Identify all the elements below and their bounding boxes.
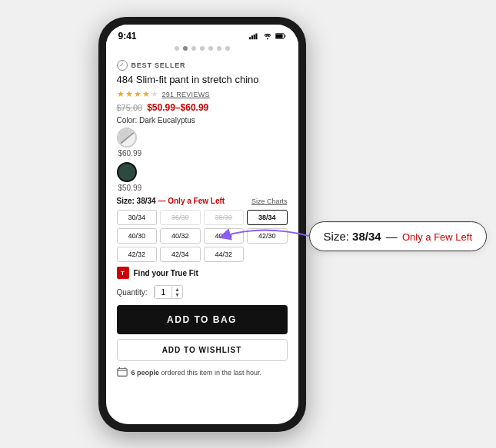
add-to-bag-button[interactable]: ADD TO BAG [117,305,288,334]
product-title: 484 Slim-fit pant in stretch chino [117,74,288,87]
true-fit-row[interactable]: T Find your True Fit [117,267,288,279]
order-notice: 6 people ordered this item in the last h… [117,367,288,378]
svg-rect-5 [275,34,282,38]
dot-7 [225,46,230,51]
svg-rect-6 [117,369,126,377]
size-btn-40-32[interactable]: 40/32 [160,228,201,244]
dot-5 [208,46,213,51]
battery-icon [275,32,286,40]
signal-icon [249,32,260,40]
svg-rect-1 [251,35,252,39]
star-4: ★ [142,89,150,99]
status-icons [249,32,286,40]
rating-row: ★ ★ ★ ★ ★ 291 REVIEWS [117,89,288,99]
reviews-link[interactable]: 291 REVIEWS [162,91,210,98]
swatch-price-2: $50.99 [118,184,288,192]
color-label: Color: Dark Eucalyptus [117,116,288,124]
star-1: ★ [117,89,125,99]
wifi-icon [262,32,273,40]
dot-2 [183,46,188,51]
swatch-row-1 [117,128,288,148]
star-2: ★ [125,89,133,99]
star-rating: ★ ★ ★ ★ ★ [117,89,158,99]
callout-bubble: Size: 38/34 — Only a Few Left [309,221,487,251]
size-chart-link[interactable]: Size Charts [251,197,288,205]
add-to-wishlist-button[interactable]: ADD TO WISHLIST [117,339,288,361]
size-btn-36-30[interactable]: 36/30 [160,210,201,225]
callout-bubble-container: Size: 38/34 — Only a Few Left [309,221,487,251]
order-notice-text: 6 people ordered this item in the last h… [131,369,262,377]
quantity-value: 1 [155,287,173,298]
callout-arrow-svg [217,217,317,255]
dot-4 [200,46,205,51]
callout-with-arrow: Size: 38/34 — Only a Few Left [309,221,487,251]
dot-1 [175,46,179,51]
color-swatch-dark-eucalyptus[interactable] [117,162,137,182]
size-btn-30-34[interactable]: 30/34 [117,210,158,225]
svg-rect-2 [253,34,255,38]
quantity-arrows[interactable]: ▲ ▼ [172,286,182,298]
swatch-price-1: $60.99 [118,149,288,158]
size-header: Size: 38/34 — Only a Few Left Size Chart… [117,197,288,205]
size-btn-40-30[interactable]: 40/30 [117,228,158,244]
size-btn-42-34[interactable]: 42/34 [160,247,201,262]
color-swatches: $60.99 $50.99 [117,128,288,192]
price-row: $75.00 $50.99–$60.99 [117,102,288,113]
swatch-row-2 [117,162,288,182]
color-swatch-slate[interactable] [117,128,137,148]
best-seller-label: BEST SELLER [131,61,186,69]
svg-rect-3 [255,33,257,39]
sale-price: $50.99–$60.99 [147,102,208,113]
dot-3 [191,46,196,51]
dot-6 [217,46,221,51]
star-5: ★ [151,89,158,99]
size-label: Size: 38/34 — Only a Few Left [117,197,225,205]
clock-icon [117,367,128,378]
status-bar: 9:41 [106,25,298,45]
quantity-up-arrow[interactable]: ▲ [175,287,180,292]
quantity-down-arrow[interactable]: ▼ [175,292,180,297]
quantity-label: Quantity: [117,288,148,297]
star-3: ★ [134,89,141,99]
quantity-control[interactable]: 1 ▲ ▼ [154,285,184,299]
best-seller-icon [117,60,128,71]
best-seller-badge: BEST SELLER [117,60,288,71]
original-price: $75.00 [117,103,143,112]
quantity-row: Quantity: 1 ▲ ▼ [117,285,288,299]
page-dots [106,45,298,54]
true-fit-label: Find your True Fit [134,269,198,277]
status-time: 9:41 [118,31,137,41]
svg-rect-0 [249,37,251,39]
size-btn-42-32[interactable]: 42/32 [117,247,158,262]
true-fit-icon: T [117,267,129,279]
